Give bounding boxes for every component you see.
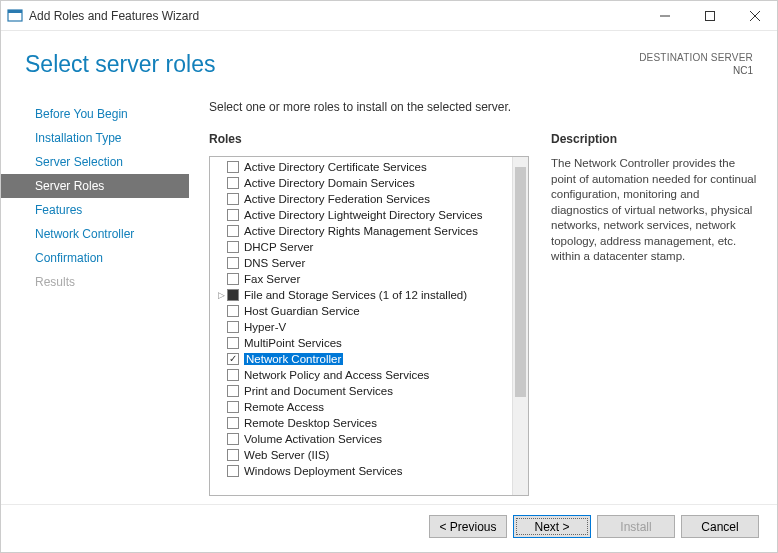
role-item[interactable]: MultiPoint Services — [214, 335, 512, 351]
role-label: Web Server (IIS) — [244, 449, 329, 461]
role-item[interactable]: Active Directory Rights Management Servi… — [214, 223, 512, 239]
role-item[interactable]: ▷File and Storage Services (1 of 12 inst… — [214, 287, 512, 303]
role-item[interactable]: Volume Activation Services — [214, 431, 512, 447]
role-item[interactable]: Active Directory Domain Services — [214, 175, 512, 191]
role-checkbox[interactable] — [227, 257, 239, 269]
main-content: Select one or more roles to install on t… — [189, 100, 757, 496]
role-item[interactable]: Active Directory Certificate Services — [214, 159, 512, 175]
role-label: Active Directory Rights Management Servi… — [244, 225, 478, 237]
role-checkbox[interactable] — [227, 337, 239, 349]
role-item[interactable]: Web Server (IIS) — [214, 447, 512, 463]
nav-item-before-you-begin[interactable]: Before You Begin — [1, 102, 189, 126]
roles-column: Roles Active Directory Certificate Servi… — [209, 132, 529, 496]
expand-caret-icon[interactable]: ▷ — [216, 290, 226, 300]
app-icon — [7, 8, 23, 24]
role-label: Remote Access — [244, 401, 324, 413]
role-checkbox[interactable] — [227, 353, 239, 365]
role-checkbox[interactable] — [227, 225, 239, 237]
nav-item-confirmation[interactable]: Confirmation — [1, 246, 189, 270]
roles-list: Active Directory Certificate ServicesAct… — [210, 157, 512, 495]
description-text: The Network Controller provides the poin… — [551, 156, 757, 265]
role-item[interactable]: Network Controller — [214, 351, 512, 367]
role-checkbox[interactable] — [227, 385, 239, 397]
nav-item-server-roles[interactable]: Server Roles — [1, 174, 189, 198]
role-label: Windows Deployment Services — [244, 465, 403, 477]
body: Before You BeginInstallation TypeServer … — [1, 90, 777, 504]
page-title: Select server roles — [25, 51, 215, 78]
role-label: Active Directory Certificate Services — [244, 161, 427, 173]
wizard-window: Add Roles and Features Wizard Select ser… — [0, 0, 778, 553]
svg-rect-1 — [8, 10, 22, 13]
role-label: Network Controller — [244, 353, 343, 365]
role-checkbox[interactable] — [227, 305, 239, 317]
role-label: Active Directory Domain Services — [244, 177, 415, 189]
role-checkbox[interactable] — [227, 321, 239, 333]
role-item[interactable]: Active Directory Federation Services — [214, 191, 512, 207]
role-label: Active Directory Federation Services — [244, 193, 430, 205]
nav-item-server-selection[interactable]: Server Selection — [1, 150, 189, 174]
role-checkbox[interactable] — [227, 161, 239, 173]
role-checkbox[interactable] — [227, 465, 239, 477]
role-label: Hyper-V — [244, 321, 286, 333]
role-item[interactable]: DNS Server — [214, 255, 512, 271]
wizard-nav: Before You BeginInstallation TypeServer … — [1, 100, 189, 496]
role-checkbox[interactable] — [227, 401, 239, 413]
role-checkbox[interactable] — [227, 449, 239, 461]
role-label: Remote Desktop Services — [244, 417, 377, 429]
role-item[interactable]: Remote Access — [214, 399, 512, 415]
destination-label: DESTINATION SERVER — [639, 51, 753, 64]
role-item[interactable]: DHCP Server — [214, 239, 512, 255]
roles-heading: Roles — [209, 132, 529, 146]
next-button[interactable]: Next > — [513, 515, 591, 538]
role-checkbox[interactable] — [227, 273, 239, 285]
maximize-button[interactable] — [687, 1, 732, 30]
role-item[interactable]: Windows Deployment Services — [214, 463, 512, 479]
role-checkbox[interactable] — [227, 417, 239, 429]
role-label: Print and Document Services — [244, 385, 393, 397]
role-label: File and Storage Services (1 of 12 insta… — [244, 289, 467, 301]
role-checkbox[interactable] — [227, 177, 239, 189]
role-label: Volume Activation Services — [244, 433, 382, 445]
svg-rect-3 — [705, 11, 714, 20]
role-checkbox[interactable] — [227, 433, 239, 445]
role-checkbox[interactable] — [227, 193, 239, 205]
role-label: Fax Server — [244, 273, 300, 285]
header: Select server roles DESTINATION SERVER N… — [1, 31, 777, 90]
role-checkbox[interactable] — [227, 289, 239, 301]
previous-button[interactable]: < Previous — [429, 515, 507, 538]
role-label: DNS Server — [244, 257, 305, 269]
footer: < Previous Next > Install Cancel — [1, 504, 777, 552]
nav-item-results: Results — [1, 270, 189, 294]
scrollbar-thumb[interactable] — [515, 167, 526, 397]
roles-listbox[interactable]: Active Directory Certificate ServicesAct… — [209, 156, 529, 496]
description-heading: Description — [551, 132, 757, 146]
install-button[interactable]: Install — [597, 515, 675, 538]
role-label: MultiPoint Services — [244, 337, 342, 349]
minimize-button[interactable] — [642, 1, 687, 30]
role-item[interactable]: Host Guardian Service — [214, 303, 512, 319]
role-item[interactable]: Print and Document Services — [214, 383, 512, 399]
destination-info: DESTINATION SERVER NC1 — [639, 51, 753, 77]
role-item[interactable]: Active Directory Lightweight Directory S… — [214, 207, 512, 223]
titlebar: Add Roles and Features Wizard — [1, 1, 777, 31]
role-item[interactable]: Fax Server — [214, 271, 512, 287]
scrollbar[interactable] — [512, 157, 528, 495]
nav-item-installation-type[interactable]: Installation Type — [1, 126, 189, 150]
window-controls — [642, 1, 777, 30]
cancel-button[interactable]: Cancel — [681, 515, 759, 538]
instruction-text: Select one or more roles to install on t… — [209, 100, 757, 114]
nav-item-network-controller[interactable]: Network Controller — [1, 222, 189, 246]
close-button[interactable] — [732, 1, 777, 30]
nav-item-features[interactable]: Features — [1, 198, 189, 222]
role-checkbox[interactable] — [227, 369, 239, 381]
role-label: Active Directory Lightweight Directory S… — [244, 209, 482, 221]
destination-server: NC1 — [639, 64, 753, 77]
role-item[interactable]: Remote Desktop Services — [214, 415, 512, 431]
window-title: Add Roles and Features Wizard — [29, 9, 199, 23]
role-checkbox[interactable] — [227, 241, 239, 253]
role-label: Host Guardian Service — [244, 305, 360, 317]
role-checkbox[interactable] — [227, 209, 239, 221]
role-item[interactable]: Hyper-V — [214, 319, 512, 335]
description-column: Description The Network Controller provi… — [551, 132, 757, 496]
role-item[interactable]: Network Policy and Access Services — [214, 367, 512, 383]
